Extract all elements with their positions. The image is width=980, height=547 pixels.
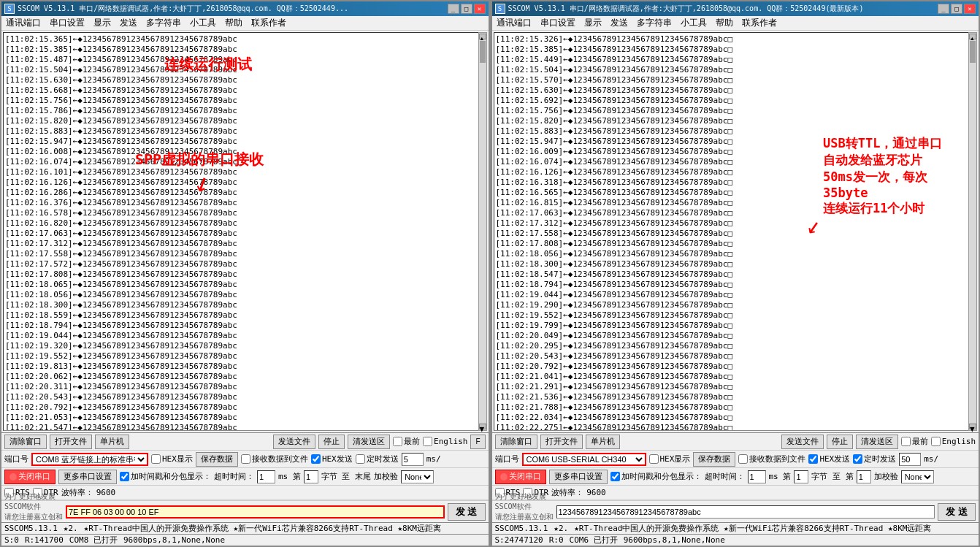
scroll-down-arrow[interactable]: ▼ <box>479 424 486 429</box>
right-save-data-btn[interactable]: 保存数据 <box>693 452 735 467</box>
log-line: [11:02:20.062]←◆123456789123456789123456… <box>5 372 485 382</box>
log-line: [11:02:15.630]←◆123456789123456789123456… <box>496 85 976 96</box>
left-open-file-btn[interactable]: 打开文件 <box>50 435 92 449</box>
menu-tools[interactable]: 小工具 <box>188 17 218 29</box>
right-menu-multi-string[interactable]: 多字符串 <box>635 17 673 29</box>
right-bottom-row3: 关闭串口 更多串口设置 加时间戳和分包显示： 超时时间： ms 第 字节 至 第… <box>492 468 979 486</box>
right-menu-help[interactable]: 帮助 <box>714 17 735 29</box>
left-english-chk[interactable]: English <box>423 437 467 446</box>
left-check-select[interactable]: None <box>401 470 434 483</box>
right-status-version: SSCOM5.13.1 <box>495 524 548 533</box>
scroll-track[interactable] <box>479 40 486 423</box>
right-status-port: COM6 已打开 <box>570 535 618 546</box>
maximize-button[interactable]: □ <box>461 4 472 14</box>
right-menu-contact[interactable]: 联系作者 <box>740 17 778 29</box>
log-line: [11:02:20.792]←◆123456789123456789123456… <box>5 402 485 413</box>
right-check-select[interactable]: None <box>901 470 934 483</box>
log-line: [11:02:19.552]←◆123456789123456789123456… <box>496 310 976 321</box>
right-hex-display-chk[interactable]: HEX显示 <box>649 454 691 464</box>
right-minimize-button[interactable]: _ <box>938 4 949 14</box>
left-hex-display-chk[interactable]: HEX显示 <box>151 454 193 464</box>
left-baud-val: 9600 <box>96 488 116 497</box>
close-button[interactable]: ✕ <box>474 4 486 14</box>
log-line: [11:02:18.300]←◆123456789123456789123456… <box>496 259 976 269</box>
right-stop-btn[interactable]: 停止 <box>827 435 853 449</box>
log-line: [11:02:15.820]←◆123456789123456789123456… <box>496 116 976 126</box>
menu-port-settings[interactable]: 串口设置 <box>48 17 86 29</box>
right-menu-send[interactable]: 发送 <box>609 17 629 29</box>
left-overtime-val[interactable] <box>257 470 275 483</box>
left-add-time-chk[interactable]: 加时间戳和分包显示： <box>120 471 211 482</box>
right-timed-interval[interactable] <box>899 453 921 466</box>
right-clear-send-btn[interactable]: 清发送区 <box>856 435 898 449</box>
left-hex-send-input[interactable] <box>66 505 445 519</box>
right-scroll-track[interactable] <box>969 40 976 423</box>
left-timed-interval[interactable] <box>402 453 424 466</box>
right-send-file-btn[interactable]: 发送文件 <box>781 435 824 449</box>
left-stop-btn[interactable]: 停止 <box>318 435 345 449</box>
right-scroll-down[interactable]: ▼ <box>969 424 976 429</box>
menu-contact[interactable]: 联系作者 <box>250 17 288 29</box>
minimize-button[interactable]: _ <box>448 4 459 14</box>
right-mcu-btn[interactable]: 单片机 <box>586 435 620 449</box>
left-mcu-btn[interactable]: 单片机 <box>95 435 129 449</box>
left-scrollbar[interactable]: ▲ ▼ <box>478 32 487 431</box>
left-hex-send-chk[interactable]: HEX发送 <box>311 454 353 464</box>
log-line: [11:02:19.320]←◆123456789123456789123456… <box>5 341 485 351</box>
menu-display[interactable]: 显示 <box>92 17 112 29</box>
right-receive-file-chk[interactable]: 接收数据到文件 <box>738 454 805 464</box>
right-scroll-thumb[interactable] <box>970 41 976 63</box>
log-line: [11:02:15.365]←◆123456789123456789123456… <box>5 34 485 45</box>
menu-help[interactable]: 帮助 <box>223 17 244 29</box>
right-add-time-chk[interactable]: 加时间戳和分包显示： <box>610 471 702 482</box>
left-save-data-btn[interactable]: 保存数据 <box>196 452 238 467</box>
right-overtime-val[interactable] <box>748 470 766 483</box>
left-receive-file-chk[interactable]: 接收数据到文件 <box>241 454 308 464</box>
right-close-button[interactable]: ✕ <box>964 4 976 14</box>
menu-comm-port[interactable]: 通讯端口 <box>4 17 42 29</box>
left-bottom-panel: 清除窗口 打开文件 单片机 发送文件 停止 清发送区 最前 English F … <box>1 432 489 522</box>
scroll-thumb[interactable] <box>480 41 486 63</box>
right-menu-port-settings[interactable]: 串口设置 <box>539 17 577 29</box>
right-hex-send-chk[interactable]: HEX发送 <box>808 454 850 464</box>
scroll-up-arrow[interactable]: ▲ <box>479 34 486 39</box>
left-timed-send-chk[interactable]: 定时发送 <box>356 454 399 464</box>
menu-send[interactable]: 发送 <box>118 17 139 29</box>
left-clear-btn[interactable]: 清除窗口 <box>4 435 47 449</box>
right-port-select[interactable]: COM6 USB-SERIAL CH340 <box>522 453 646 466</box>
left-send-btn[interactable]: 发 送 <box>448 503 486 521</box>
left-latest-chk[interactable]: 最前 <box>393 436 420 447</box>
left-byte-val[interactable] <box>304 470 318 483</box>
log-line: [11:02:16.286]←◆123456789123456789123456… <box>5 188 485 198</box>
log-line: [11:02:17.572]←◆123456789123456789123456… <box>5 259 485 269</box>
right-menu-display[interactable]: 显示 <box>583 17 603 29</box>
log-line: [11:02:16.074]←◆123456789123456789123456… <box>5 157 485 167</box>
left-close-port-btn[interactable]: 关闭串口 <box>4 470 55 484</box>
right-english-chk[interactable]: English <box>931 437 976 446</box>
left-extra-btn[interactable]: F <box>470 435 485 449</box>
menu-multi-string[interactable]: 多字符串 <box>145 17 183 29</box>
right-latest-chk[interactable]: 最前 <box>901 436 928 447</box>
right-close-port-btn[interactable]: 关闭串口 <box>495 470 546 484</box>
right-send-btn[interactable]: 发 送 <box>938 503 976 521</box>
right-status-bar: SSCOM5.13.1 ★2. ★RT-Thread中国人的开源免费操作系统 ★… <box>492 522 979 534</box>
right-more-port-btn[interactable]: 更多串口设置 <box>549 470 608 484</box>
log-line: [11:02:22.275]←◆123456789123456789123456… <box>496 423 976 431</box>
right-scrollbar[interactable]: ▲ ▼ <box>968 32 977 431</box>
right-byte-val[interactable] <box>794 470 808 483</box>
right-timed-send-chk[interactable]: 定时发送 <box>853 454 896 464</box>
right-menu-comm-port[interactable]: 通讯端口 <box>495 17 533 29</box>
right-byte-end[interactable] <box>857 470 871 483</box>
left-clear-send-btn[interactable]: 清发送区 <box>348 435 390 449</box>
left-more-port-btn[interactable]: 更多串口设置 <box>58 470 117 484</box>
left-send-file-btn[interactable]: 发送文件 <box>273 435 315 449</box>
right-send-input[interactable] <box>556 505 935 519</box>
log-line: [11:02:18.794]←◆123456789123456789123456… <box>496 280 976 290</box>
left-port-select[interactable]: COM8 蓝牙链接上的标准串行 <box>31 453 148 466</box>
right-open-file-btn[interactable]: 打开文件 <box>540 435 583 449</box>
right-clear-btn[interactable]: 清除窗口 <box>495 435 537 449</box>
right-menu-tools[interactable]: 小工具 <box>679 17 708 29</box>
right-scroll-up[interactable]: ▲ <box>969 34 976 39</box>
right-maximize-button[interactable]: □ <box>951 4 962 14</box>
left-title-bar: S SSCOM V5.13.1 串口/网络数据调试器,作者:大虾丁丁,26180… <box>1 1 489 16</box>
